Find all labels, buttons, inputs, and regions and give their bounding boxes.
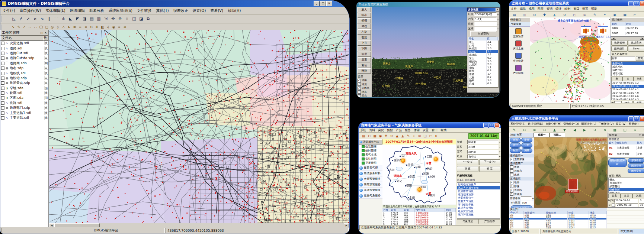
dropdown-arrow-icon[interactable]: ▾ [497, 18, 499, 20]
tool-icon[interactable]: ▤ [361, 134, 366, 139]
oval-button[interactable]: 标注 [510, 148, 521, 153]
field-value[interactable]: 填色图 [467, 150, 499, 154]
tool-icon[interactable]: ≣ [77, 25, 83, 29]
tool-icon[interactable]: ⊖ [539, 127, 550, 132]
tool-icon[interactable]: ⊜ [116, 16, 124, 22]
panel-button[interactable]: 图表统计 [611, 46, 628, 52]
nav-button[interactable]: 仰视 [358, 24, 371, 29]
menu-item[interactable]: 文件(F) [0, 8, 17, 13]
tool-icon[interactable]: ∡ [105, 25, 111, 29]
pin-icon[interactable]: ◫ [41, 31, 44, 35]
warning-rows[interactable]: 1 57679 长沙 大雾黄色预警 14:05 2 57687 株洲 道路结冰预… [382, 212, 456, 225]
tool-icon[interactable]: ◺ [10, 16, 17, 22]
menu-item[interactable]: 系统库管理(S) [106, 8, 135, 13]
weather-titlebar[interactable]: 湖南省气象业务平台 - 气象决策服务系统 – □ ✕ [359, 122, 501, 128]
layer-visibility-checkbox[interactable] [1, 111, 4, 115]
menu-item[interactable]: 资料 [368, 128, 377, 132]
menu-item[interactable]: 文件转换 [135, 8, 154, 13]
tool-icon[interactable]: ⌖ [600, 12, 610, 17]
tool-icon[interactable]: ◉ [111, 25, 116, 29]
file-row[interactable]: ● 旅游景点.sdp 点 [0, 81, 48, 85]
data-row[interactable]: 2014-05-06 12:00 4.0 [612, 91, 644, 95]
nav-button[interactable]: 俯视 [358, 18, 371, 23]
layer-check-row[interactable]: 影像 [509, 185, 534, 189]
tool-icon[interactable]: ✚ [640, 127, 644, 132]
tool-icon[interactable]: ⋔ [60, 16, 67, 22]
stats-row[interactable]: 0402 06:02:45 [611, 26, 644, 31]
range-checkbox[interactable] [612, 204, 615, 207]
file-row[interactable]: ● 地铁站.sdp 点 [0, 76, 48, 81]
side-button[interactable]: 图形变换 [628, 169, 644, 173]
district-item[interactable]: 城西片区 [612, 68, 644, 72]
tool-icon[interactable]: ◫ [519, 12, 529, 17]
menu-item[interactable]: 三维漫游(V) [597, 122, 615, 126]
tool-icon[interactable]: ⌗ [124, 16, 131, 22]
nav-button[interactable]: 前进 [358, 52, 371, 57]
menu-item[interactable]: 影象分析 [87, 8, 106, 13]
tool-icon[interactable]: ➘ [10, 25, 16, 29]
dialog-close-button[interactable]: ✕ [496, 8, 499, 12]
task-item[interactable]: 查询统计 [509, 53, 527, 63]
data-row[interactable]: 2014-05-06 10:00 3.6 [612, 85, 644, 88]
dialog-apply-button[interactable]: 生成查询 [470, 31, 496, 36]
file-row[interactable]: ∿ 次要道路.sdl 线 [0, 41, 48, 46]
roam-view[interactable]: 云蒙山黑龙潭青龙峡雁栖湖慕田峪长城红螺寺神堂峪百泉山幽谷神潭天池峡谷生存岛响水湖… [372, 7, 500, 97]
stats-hscroll[interactable]: ◀ ▶ [611, 36, 644, 40]
file-row[interactable]: ∿ 地铁线.sdl 线 [0, 71, 48, 75]
layer-checkbox[interactable] [358, 94, 361, 98]
layer-checkbox[interactable] [510, 173, 513, 176]
station-row[interactable]: 桥梓 0.8 [468, 69, 498, 72]
tool-icon[interactable]: ⊙ [366, 134, 372, 139]
value-from-input[interactable]: 0 [639, 199, 644, 203]
field-value[interactable]: 2小时 [467, 145, 499, 149]
product-item[interactable]: 道路结冰预警 [457, 193, 500, 196]
value-to-input[interactable]: 10 [639, 203, 644, 207]
layer-checkbox[interactable] [358, 87, 361, 90]
tool-icon[interactable]: ✎ [16, 25, 22, 29]
service-item[interactable]: 雨情服务材料 [359, 171, 382, 176]
menu-item[interactable]: 实况 [377, 128, 385, 132]
tool-icon[interactable]: ▲ [394, 134, 400, 139]
refresh-layer-button[interactable]: 辅助绘图层(刷新) [608, 158, 627, 167]
minimize-button[interactable]: – [483, 123, 488, 128]
tool-icon[interactable]: ↻ [89, 25, 94, 29]
layer-check-row[interactable]: 地名 [357, 90, 372, 94]
task-item[interactable]: 监测预警 [509, 28, 527, 38]
roam-titlebar[interactable]: 三维地形景区漫游系统 [357, 2, 500, 7]
station-row[interactable]: 宝山 0.9 [468, 56, 498, 60]
menu-item[interactable]: 服务 [403, 128, 412, 132]
tool-icon[interactable]: ⌂ [630, 127, 640, 132]
fly-height-input[interactable]: 500 [521, 201, 534, 205]
tree-check-icon[interactable] [362, 157, 365, 160]
tool-icon[interactable]: ≡ [72, 25, 77, 29]
product-item[interactable]: 冰冻灾害服务专报 [457, 186, 500, 189]
city-map-view[interactable]: 城市公用事业监测点分布图 城北水厂 3.43城东水厂 12.8 [530, 17, 611, 103]
geo-view[interactable]: 视图一视图二 说明: 红色区域为重点监测区 黄色虚线为三维巡查路线 滑坡监测区 [534, 133, 608, 208]
layer-visibility-checkbox[interactable] [1, 91, 4, 95]
station-row[interactable]: 汤河口 2.4 [468, 50, 498, 53]
layer-list-item[interactable]: 位移分析 [609, 188, 644, 191]
attribute-rows[interactable]: 430 HP01 白家坡 31.328 41.254 431 HP02 李家湾 … [509, 214, 607, 228]
tool-icon[interactable]: ▥ [95, 16, 102, 22]
close-panel-icon[interactable]: ✕ [44, 31, 47, 35]
slide-info-row[interactable]: 02 李家湾滑坡 变形 [608, 151, 644, 157]
tool-icon[interactable]: ◫ [620, 127, 630, 132]
tool-icon[interactable]: ✚ [94, 25, 100, 29]
tree-check-icon[interactable] [362, 149, 365, 152]
product-item[interactable]: 地质灾害预报 [457, 209, 500, 213]
district-item[interactable]: 城北片区 [612, 75, 644, 76]
close-button[interactable]: ✕ [494, 123, 500, 128]
menu-item[interactable]: 查看(V) [208, 8, 225, 13]
nav-button[interactable]: 复位 [358, 63, 371, 68]
file-row[interactable]: ● 政府部门.sdp 点 [0, 105, 48, 110]
panel-button[interactable]: 数据管理 [611, 40, 628, 46]
panel-tab[interactable]: 产品制作 [479, 219, 501, 224]
tool-icon[interactable]: ▶ [580, 127, 590, 132]
tool-icon[interactable]: ⊞ [417, 134, 422, 139]
product-item[interactable]: 雨情信息专报 [457, 203, 500, 206]
menu-item[interactable]: 窗口(W) [615, 122, 627, 126]
tool-icon[interactable]: ↱ [17, 16, 25, 22]
view-tab[interactable]: 视图二 [550, 133, 565, 137]
station-row[interactable]: 杨宋 1.0 [468, 79, 498, 82]
tool-icon[interactable]: ∠ [22, 25, 27, 29]
